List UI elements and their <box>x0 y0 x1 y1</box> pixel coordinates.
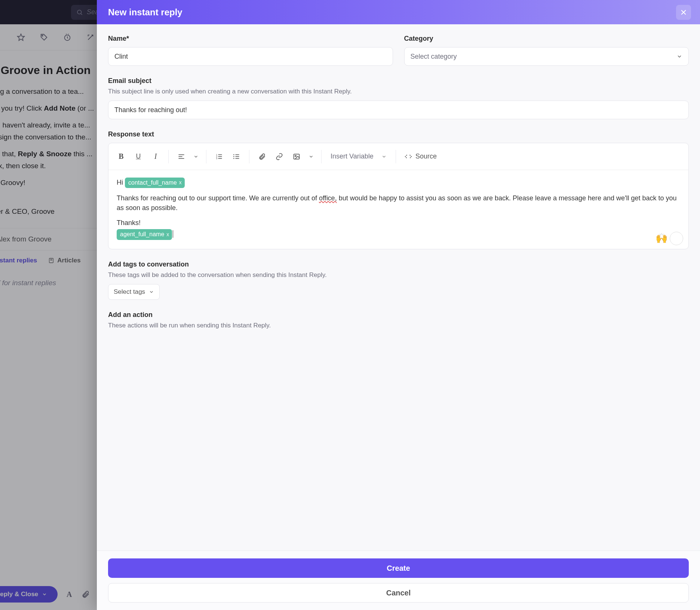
chevron-down-icon <box>308 154 314 159</box>
source-button[interactable]: Source <box>401 152 440 161</box>
new-instant-reply-modal: New instant reply Name* Clint Category S… <box>97 0 440 383</box>
link-button[interactable] <box>272 149 287 164</box>
rich-text-editor: B U I 123 <box>108 143 440 249</box>
insert-variable-dropdown[interactable]: Insert Variable <box>327 149 390 164</box>
add-action-section: Add an action These actions will be run … <box>108 311 440 329</box>
response-text-section: Response text B U I 123 <box>108 130 440 249</box>
image-dropdown[interactable] <box>306 149 316 164</box>
add-action-help: These actions will be run when sending t… <box>108 322 440 329</box>
email-subject-input[interactable]: Thanks for reaching out! <box>108 101 440 119</box>
tags-select[interactable]: Select tags <box>108 284 160 300</box>
category-field-group: Category Select category <box>404 35 440 66</box>
attachment-button[interactable] <box>255 149 270 164</box>
chip-remove-icon[interactable]: x <box>166 231 169 238</box>
paperclip-icon <box>258 153 266 160</box>
category-label: Category <box>404 35 440 43</box>
chevron-down-icon <box>193 154 199 159</box>
chip-remove-icon[interactable]: x <box>179 179 182 186</box>
spellcheck-error: office, <box>319 194 337 202</box>
category-select[interactable]: Select category <box>404 47 440 66</box>
align-button[interactable] <box>174 149 189 164</box>
svg-point-28 <box>295 155 296 156</box>
add-tags-section: Add tags to conversation These tags will… <box>108 261 440 300</box>
editor-line: Thanks! <box>117 218 440 228</box>
toolbar-separator <box>249 150 249 163</box>
response-text-label: Response text <box>108 130 440 138</box>
image-icon <box>293 153 300 160</box>
link-icon <box>276 153 283 160</box>
chevron-down-icon <box>149 289 154 295</box>
unordered-list-button[interactable] <box>229 149 244 164</box>
modal-header: New instant reply <box>97 0 440 24</box>
modal-body: Name* Clint Category Select category Ema… <box>97 24 440 383</box>
editor-line: agent_full_name x <box>117 229 440 240</box>
svg-text:3: 3 <box>216 157 217 159</box>
toolbar-separator <box>321 150 322 163</box>
add-action-label: Add an action <box>108 311 440 319</box>
name-input[interactable]: Clint <box>108 47 393 66</box>
add-tags-help: These tags will be added to the conversa… <box>108 271 440 279</box>
toolbar-separator <box>206 150 206 163</box>
source-icon <box>404 152 412 161</box>
editor-line: Thanks for reaching out to our support t… <box>117 193 440 213</box>
editor-content[interactable]: Hi contact_full_name x Thanks for reachi… <box>108 170 440 249</box>
category-placeholder: Select category <box>411 53 440 61</box>
svg-point-25 <box>233 156 234 157</box>
align-left-icon <box>178 153 185 160</box>
name-label: Name* <box>108 35 393 43</box>
email-subject-help: This subject line is only used when crea… <box>108 88 440 95</box>
bold-button[interactable]: B <box>114 149 129 164</box>
svg-point-24 <box>233 154 234 155</box>
email-subject-label: Email subject <box>108 77 440 85</box>
variable-chip-contact[interactable]: contact_full_name x <box>125 178 185 188</box>
chevron-down-icon <box>381 154 387 159</box>
ordered-list-button[interactable]: 123 <box>212 149 227 164</box>
add-tags-label: Add tags to conversation <box>108 261 440 268</box>
unordered-list-icon <box>233 153 240 160</box>
email-subject-section: Email subject This subject line is only … <box>108 77 440 119</box>
editor-line: Hi contact_full_name x <box>117 178 440 188</box>
toolbar-separator <box>396 150 396 163</box>
svg-point-26 <box>233 158 234 159</box>
italic-button[interactable]: I <box>148 149 163 164</box>
align-dropdown[interactable] <box>191 149 201 164</box>
underline-button[interactable]: U <box>131 149 146 164</box>
toolbar-separator <box>168 150 169 163</box>
ordered-list-icon: 123 <box>215 153 223 160</box>
modal-title: New instant reply <box>108 7 182 18</box>
image-button[interactable] <box>289 149 304 164</box>
name-field-group: Name* Clint <box>108 35 393 66</box>
editor-toolbar: B U I 123 <box>108 143 440 170</box>
variable-chip-agent[interactable]: agent_full_name x <box>117 229 172 240</box>
